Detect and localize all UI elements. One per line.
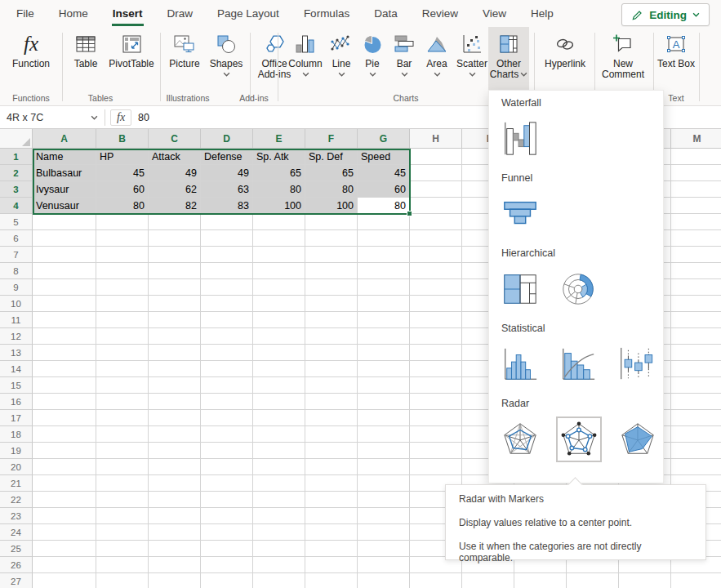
cell-H4[interactable] [410, 198, 462, 214]
formula-input[interactable]: 80 [138, 112, 149, 123]
cell-C12[interactable] [149, 328, 201, 345]
cell-B9[interactable] [96, 279, 149, 296]
cell-A15[interactable] [33, 377, 96, 394]
column-header-D[interactable]: D [201, 129, 253, 149]
column-header-A[interactable]: A [33, 129, 96, 149]
row-header-7[interactable]: 7 [0, 247, 33, 263]
cell-B3[interactable]: 60 [96, 181, 149, 198]
cell-C18[interactable] [149, 426, 201, 443]
cell-D23[interactable] [201, 508, 253, 524]
row-header-21[interactable]: 21 [0, 475, 33, 492]
cell-E13[interactable] [253, 345, 305, 361]
area-chart-button[interactable]: Area [421, 29, 453, 77]
cell-C27[interactable] [149, 573, 201, 588]
menu-tab-file[interactable]: File [16, 0, 34, 27]
cell-G26[interactable] [358, 557, 410, 573]
cell-B16[interactable] [96, 394, 149, 410]
cell-K27[interactable] [567, 573, 619, 588]
cell-A20[interactable] [33, 459, 96, 475]
cell-A10[interactable] [33, 296, 96, 312]
row-header-25[interactable]: 25 [0, 541, 33, 557]
cell-A22[interactable] [33, 492, 96, 508]
box-whisker-chart-icon[interactable] [616, 345, 656, 384]
cell-B18[interactable] [96, 426, 149, 443]
cell-A12[interactable] [33, 328, 96, 345]
cell-B17[interactable] [96, 410, 149, 426]
radar-chart-icon[interactable] [501, 420, 540, 459]
cell-E12[interactable] [253, 328, 305, 345]
menu-tab-view[interactable]: View [483, 0, 506, 27]
row-header-24[interactable]: 24 [0, 524, 33, 541]
cell-B23[interactable] [96, 508, 149, 524]
cell-B25[interactable] [96, 541, 149, 557]
cell-F23[interactable] [305, 508, 358, 524]
cell-D25[interactable] [201, 541, 253, 557]
cell-G20[interactable] [358, 459, 410, 475]
cell-F13[interactable] [305, 345, 358, 361]
editing-mode-button[interactable]: Editing [621, 3, 710, 26]
cell-E16[interactable] [253, 394, 305, 410]
cell-E5[interactable] [253, 214, 305, 230]
cell-A27[interactable] [33, 573, 96, 588]
cell-H3[interactable] [410, 181, 462, 198]
cell-B19[interactable] [96, 443, 149, 459]
cell-G23[interactable] [358, 508, 410, 524]
table-button[interactable]: Table [67, 29, 105, 69]
cell-F3[interactable]: 80 [305, 181, 358, 198]
cell-B6[interactable] [96, 230, 149, 247]
cell-M1[interactable] [671, 149, 721, 165]
cell-G17[interactable] [358, 410, 410, 426]
row-header-23[interactable]: 23 [0, 508, 33, 524]
row-header-2[interactable]: 2 [0, 165, 33, 181]
row-header-11[interactable]: 11 [0, 312, 33, 328]
column-header-C[interactable]: C [149, 129, 201, 149]
cell-G1[interactable]: Speed [358, 149, 410, 165]
hyperlink-button[interactable]: Hyperlink [539, 29, 591, 69]
cell-A6[interactable] [33, 230, 96, 247]
cell-B10[interactable] [96, 296, 149, 312]
cell-F2[interactable]: 65 [305, 165, 358, 181]
pivottable-button[interactable]: PivotTable [106, 29, 157, 69]
cell-G12[interactable] [358, 328, 410, 345]
cell-F1[interactable]: Sp. Def [305, 149, 358, 165]
cell-G2[interactable]: 45 [358, 165, 410, 181]
cell-B27[interactable] [96, 573, 149, 588]
cell-B2[interactable]: 45 [96, 165, 149, 181]
column-header-B[interactable]: B [96, 129, 149, 149]
cell-A13[interactable] [33, 345, 96, 361]
cell-A19[interactable] [33, 443, 96, 459]
cell-E19[interactable] [253, 443, 305, 459]
cell-C16[interactable] [149, 394, 201, 410]
cell-B1[interactable]: HP [96, 149, 149, 165]
cell-F6[interactable] [305, 230, 358, 247]
cell-F10[interactable] [305, 296, 358, 312]
cell-D27[interactable] [201, 573, 253, 588]
cell-B21[interactable] [96, 475, 149, 492]
cell-H1[interactable] [410, 149, 462, 165]
cell-M11[interactable] [671, 312, 721, 328]
row-header-26[interactable]: 26 [0, 557, 33, 573]
cell-M5[interactable] [671, 214, 721, 230]
cell-M14[interactable] [671, 361, 721, 377]
cell-B8[interactable] [96, 263, 149, 279]
cell-A2[interactable]: Bulbasaur [33, 165, 96, 181]
cell-E14[interactable] [253, 361, 305, 377]
cell-C9[interactable] [149, 279, 201, 296]
cell-E17[interactable] [253, 410, 305, 426]
cell-H5[interactable] [410, 214, 462, 230]
text-box-button[interactable]: A Text Box [655, 29, 697, 69]
cell-B24[interactable] [96, 524, 149, 541]
cell-M20[interactable] [671, 459, 721, 475]
cell-E10[interactable] [253, 296, 305, 312]
line-chart-button[interactable]: Line [327, 29, 356, 77]
cell-C15[interactable] [149, 377, 201, 394]
column-header-F[interactable]: F [305, 129, 358, 149]
radar-with-markers-chart-item-selected[interactable] [556, 416, 602, 462]
row-header-3[interactable]: 3 [0, 181, 33, 198]
filled-radar-chart-icon[interactable] [618, 420, 657, 459]
cell-A5[interactable] [33, 214, 96, 230]
cell-B22[interactable] [96, 492, 149, 508]
cell-C22[interactable] [149, 492, 201, 508]
cell-F20[interactable] [305, 459, 358, 475]
cell-D19[interactable] [201, 443, 253, 459]
